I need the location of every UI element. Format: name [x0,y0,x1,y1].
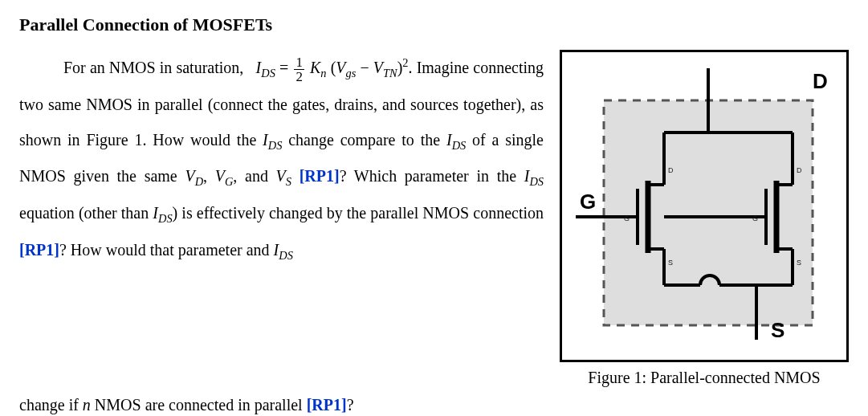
inline-Ids-4: I [153,204,158,222]
terminal-G-label: G [580,190,596,214]
body-sentence-3a: ? How would that parameter and [59,241,274,259]
eq-Ids-sub: DS [261,67,275,80]
body-sentence-1b: change compare to the [282,131,446,149]
nmos1-S-label: S [668,259,673,267]
nmos2-S-label: S [797,259,801,267]
body-text: For an NMOS in saturation, IDS = 12 Kn (… [19,50,544,268]
body-sentence-3c: NMOS are connected in parallel [91,396,307,414]
lead-text: For an NMOS in saturation, [63,59,243,76]
inline-Ids-2: I [446,131,452,149]
figure-caption: Figure 1: Parallel-connected NMOS [560,369,849,387]
rp1-tag-3: [RP1] [307,396,347,414]
terminal-S-label: S [771,318,784,341]
section-title: Parallel Connection of MOSFETs [19,14,849,35]
terminal-D-label: D [813,69,828,93]
body-sentence-2c: ) is effectively changed by the parallel… [173,204,544,222]
inline-Ids-1: I [263,131,268,149]
inline-VD: V [185,167,194,185]
saturation-equation: IDS = 12 Kn (Vgs − VTN)2. [256,59,417,76]
content-row: For an NMOS in saturation, IDS = 12 Kn (… [19,50,849,387]
nmos2-G-label: G [752,214,758,222]
nmos1-D-label: D [668,166,674,174]
rp1-tag-2: [RP1] [19,241,59,259]
eq-Kn: K [310,59,320,76]
rp1-tag-1: [RP1] [291,167,340,185]
final-qmark: ? [347,396,354,414]
body-sentence-3b: change if [19,396,83,414]
body-sentence-2b: equation (other than [19,204,153,222]
nmos1-G-label: G [624,214,630,222]
inline-n: n [83,396,91,414]
nmos2-D-label: D [797,166,802,174]
eq-Vtn: V [373,59,383,76]
parallel-nmos-diagram: D G D G S [572,60,837,341]
body-text-continued: change if n NMOS are connected in parall… [19,387,849,416]
body-sentence-2a: ? Which parameter in the [340,167,524,185]
figure-column: D G D G S [560,50,849,387]
eq-Vgs: V [336,59,345,76]
inline-VS: V [276,167,286,185]
eq-one-half: 12 [294,55,304,84]
inline-VG: V [215,167,225,185]
eq-equals: = [279,59,292,76]
figure-frame: D G D G S [560,50,849,362]
